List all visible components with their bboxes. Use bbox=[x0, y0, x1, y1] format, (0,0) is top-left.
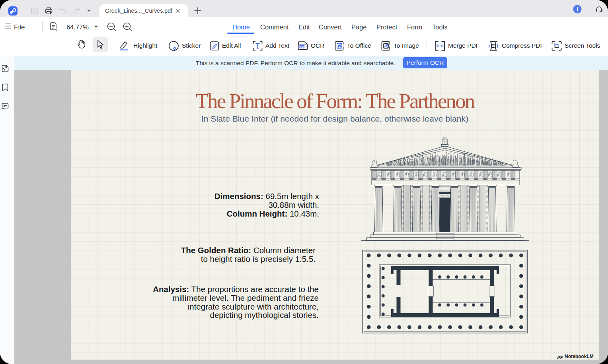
svg-text:OCR: OCR bbox=[300, 46, 305, 48]
